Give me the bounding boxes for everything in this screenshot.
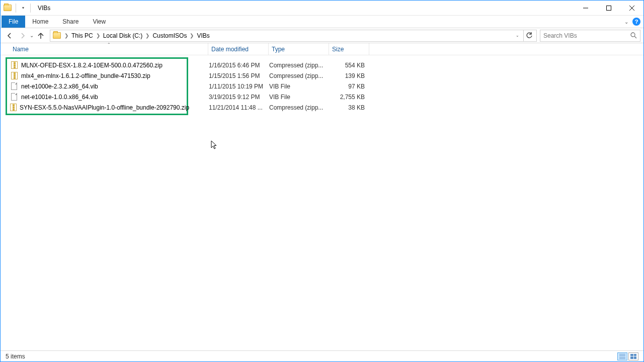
column-type[interactable]: Type (269, 43, 329, 55)
file-date: 1/16/2015 6:46 PM (209, 62, 269, 69)
file-row[interactable]: net-e1000e-2.3.2.x86_64.vib (7, 81, 187, 92)
status-bar: 5 items (1, 350, 643, 361)
help-icon[interactable]: ? (632, 18, 640, 26)
address-dropdown[interactable]: ⌄ (514, 33, 521, 38)
zip-file-icon (10, 72, 18, 80)
large-icons-view-icon (630, 354, 636, 359)
svg-line-5 (634, 36, 636, 38)
recent-locations-dropdown[interactable]: ⌄ (30, 33, 34, 38)
cursor-icon (211, 140, 218, 150)
search-box[interactable] (540, 30, 640, 42)
breadcrumb-local-disk[interactable]: Local Disk (C:) (102, 31, 144, 40)
zip-file-icon (10, 61, 18, 69)
qat-separator (30, 4, 31, 13)
status-count: 5 items (6, 353, 25, 360)
zip-file-icon (10, 104, 17, 112)
file-date: 11/21/2014 11:48 ... (209, 104, 269, 111)
file-date: 1/11/2015 10:19 PM (209, 83, 269, 90)
up-button[interactable] (35, 30, 47, 42)
tab-share[interactable]: Share (55, 16, 86, 28)
file-row[interactable]: SYN-ESX-5.5.0-NasVAAIPlugin-1.0-offline_… (7, 102, 187, 113)
generic-file-icon (10, 82, 18, 90)
chevron-right-icon[interactable]: ❯ (188, 33, 196, 38)
file-name: MLNX-OFED-ESX-1.8.2.4-10EM-500.0.0.47256… (21, 62, 163, 69)
back-button[interactable] (4, 30, 16, 42)
tab-file[interactable]: File (2, 16, 25, 28)
svg-rect-1 (607, 6, 611, 10)
maximize-button[interactable] (597, 1, 620, 16)
file-meta-row: 11/21/2014 11:48 ...Compressed (zipp...3… (209, 102, 369, 113)
column-size[interactable]: Size (329, 43, 369, 55)
details-view-button[interactable] (617, 352, 627, 360)
expand-ribbon-icon[interactable]: ⌄ (624, 19, 628, 25)
details-view-icon (619, 354, 625, 359)
qat-separator (16, 4, 16, 13)
tab-home[interactable]: Home (25, 16, 55, 28)
file-type: Compressed (zipp... (269, 62, 330, 69)
navigation-bar: ⌄ ❯ This PC ❯ Local Disk (C:) ❯ CustomIS… (1, 28, 643, 43)
svg-point-4 (631, 33, 635, 37)
file-size: 139 KB (330, 72, 369, 79)
search-input[interactable] (543, 32, 630, 39)
breadcrumb-vibs[interactable]: VIBs (196, 31, 210, 40)
column-headers: Name ⌃ Date modified Type Size (1, 43, 643, 55)
minimize-button[interactable] (574, 1, 597, 16)
column-date[interactable]: Date modified (208, 43, 269, 55)
file-size: 38 KB (330, 104, 369, 111)
file-name: SYN-ESX-5.5.0-NasVAAIPlugin-1.0-offline_… (20, 104, 189, 111)
chevron-right-icon[interactable]: ❯ (143, 33, 151, 38)
file-size: 97 KB (330, 83, 369, 90)
file-meta-row: 1/11/2015 10:19 PMVIB File97 KB (209, 81, 369, 92)
breadcrumb-this-pc[interactable]: This PC (70, 31, 94, 40)
file-meta-row: 1/16/2015 6:46 PMCompressed (zipp...554 … (209, 60, 369, 70)
generic-file-icon (10, 93, 18, 101)
chevron-right-icon[interactable]: ❯ (62, 33, 70, 38)
file-meta-row: 1/15/2015 1:56 PMCompressed (zipp...139 … (209, 70, 369, 81)
file-date: 1/15/2015 1:56 PM (209, 72, 269, 79)
file-meta-columns: 1/16/2015 6:46 PMCompressed (zipp...554 … (209, 60, 369, 113)
file-type: VIB File (269, 94, 330, 101)
quick-access-toolbar: ▾ VIBs (1, 4, 50, 13)
column-name-label: Name (13, 46, 29, 53)
chevron-right-icon[interactable]: ❯ (94, 33, 102, 38)
breadcrumb-customisos[interactable]: CustomISOs (151, 31, 188, 40)
file-name: net-e1000e-2.3.2.x86_64.vib (21, 83, 98, 90)
close-button[interactable] (620, 1, 643, 16)
file-meta-row: 3/19/2015 9:12 PMVIB File2,755 KB (209, 92, 369, 102)
file-list[interactable]: MLNX-OFED-ESX-1.8.2.4-10EM-500.0.0.47256… (1, 55, 643, 59)
file-size: 2,755 KB (330, 94, 369, 101)
file-row[interactable]: MLNX-OFED-ESX-1.8.2.4-10EM-500.0.0.47256… (7, 60, 187, 70)
ribbon-tabs: File Home Share View ⌄ ? (1, 16, 643, 28)
sort-ascending-icon: ⌃ (107, 42, 111, 47)
file-date: 3/19/2015 9:12 PM (209, 94, 269, 101)
file-name: net-e1001e-1.0.0.x86_64.vib (21, 94, 98, 101)
refresh-button[interactable] (523, 30, 534, 41)
qat-dropdown[interactable]: ▾ (20, 6, 26, 10)
window-controls (574, 1, 643, 16)
search-icon[interactable] (630, 32, 637, 39)
file-name: mlx4_en-mlnx-1.6.1.2-offline_bundle-4715… (21, 72, 150, 79)
window-title: VIBs (38, 5, 50, 12)
large-icons-view-button[interactable] (628, 352, 638, 360)
file-row[interactable]: mlx4_en-mlnx-1.6.1.2-offline_bundle-4715… (7, 70, 187, 81)
file-type: Compressed (zipp... (269, 104, 330, 111)
address-bar[interactable]: ❯ This PC ❯ Local Disk (C:) ❯ CustomISOs… (50, 30, 537, 42)
folder-icon (52, 31, 61, 40)
highlighted-file-group: MLNX-OFED-ESX-1.8.2.4-10EM-500.0.0.47256… (6, 57, 188, 115)
file-type: Compressed (zipp... (269, 72, 330, 79)
column-name[interactable]: Name ⌃ (10, 43, 208, 55)
titlebar: ▾ VIBs (1, 1, 643, 16)
file-size: 554 KB (330, 62, 369, 69)
tab-view[interactable]: View (86, 16, 113, 28)
folder-icon (4, 4, 12, 12)
file-row[interactable]: net-e1001e-1.0.0.x86_64.vib (7, 92, 187, 102)
file-type: VIB File (269, 83, 330, 90)
forward-button[interactable] (17, 30, 29, 42)
